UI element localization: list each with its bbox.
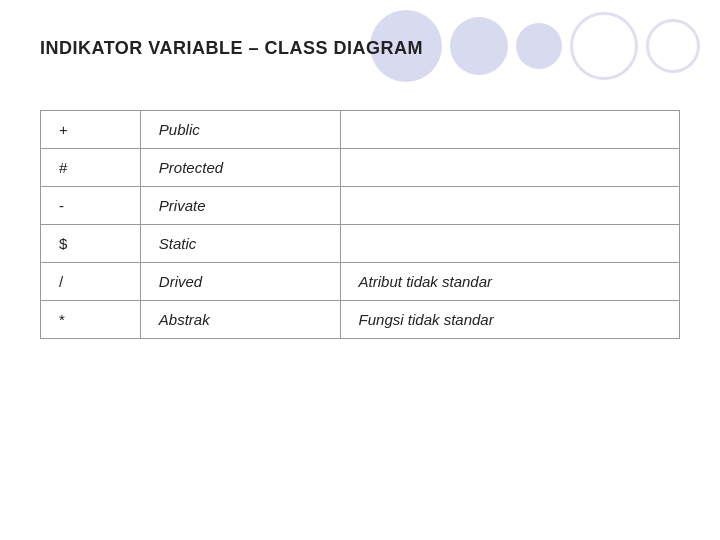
desc-cell <box>340 225 679 263</box>
name-cell: Public <box>140 111 340 149</box>
page-container: INDIKATOR VARIABLE – CLASS DIAGRAM + Pub… <box>0 0 720 540</box>
symbol-cell: / <box>41 263 141 301</box>
desc-cell: Atribut tidak standar <box>340 263 679 301</box>
symbol-cell: * <box>41 301 141 339</box>
name-cell: Abstrak <box>140 301 340 339</box>
page-title: INDIKATOR VARIABLE – CLASS DIAGRAM <box>40 38 423 59</box>
circle-small <box>516 23 562 69</box>
desc-cell <box>340 149 679 187</box>
desc-cell: Fungsi tidak standar <box>340 301 679 339</box>
symbol-cell: $ <box>41 225 141 263</box>
circle-medium <box>450 17 508 75</box>
symbol-cell: - <box>41 187 141 225</box>
table-row: * Abstrak Fungsi tidak standar <box>41 301 680 339</box>
circle-outline-large <box>570 12 638 80</box>
name-cell: Static <box>140 225 340 263</box>
name-cell: Private <box>140 187 340 225</box>
table-row: $ Static <box>41 225 680 263</box>
table-row: - Private <box>41 187 680 225</box>
name-cell: Protected <box>140 149 340 187</box>
desc-cell <box>340 111 679 149</box>
desc-cell <box>340 187 679 225</box>
table-row: / Drived Atribut tidak standar <box>41 263 680 301</box>
symbol-cell: # <box>41 149 141 187</box>
symbol-cell: + <box>41 111 141 149</box>
circle-outline-medium <box>646 19 700 73</box>
data-table-wrapper: + Public # Protected - Private $ Static <box>40 110 680 339</box>
table-row: + Public <box>41 111 680 149</box>
variable-table: + Public # Protected - Private $ Static <box>40 110 680 339</box>
name-cell: Drived <box>140 263 340 301</box>
table-row: # Protected <box>41 149 680 187</box>
